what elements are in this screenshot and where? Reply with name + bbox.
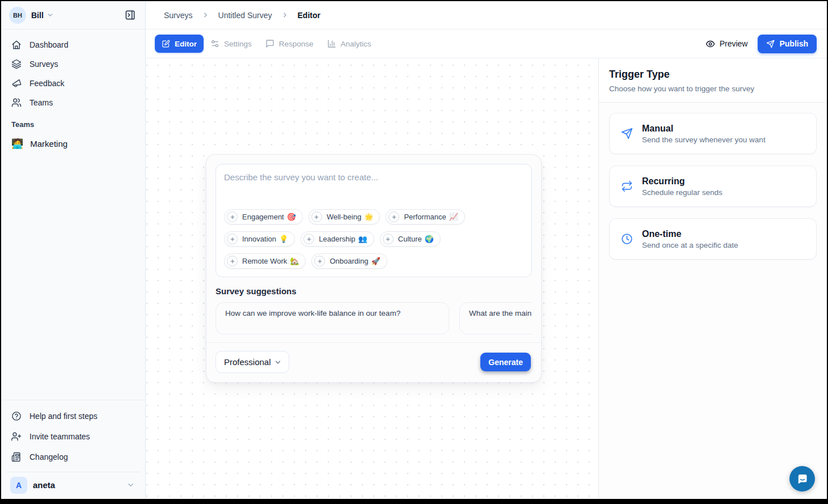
editor-canvas[interactable]: Describe the survey you want to create..…: [146, 58, 598, 499]
trigger-option-one-time[interactable]: One-time Send once at a specific date: [609, 218, 817, 260]
help-circle-icon: [11, 411, 22, 421]
chip-emoji: 🌟: [364, 213, 373, 221]
sidebar-item-dashboard[interactable]: Dashboard: [6, 35, 141, 54]
tab-analytics[interactable]: Analytics: [320, 35, 378, 53]
chevron-down-icon: [47, 11, 54, 19]
plus-icon: [311, 211, 322, 222]
changelog-icon: [11, 452, 22, 462]
trigger-option-title: One-time: [642, 229, 738, 239]
sidebar-item-help[interactable]: Help and first steps: [6, 406, 141, 426]
plus-icon: [303, 234, 314, 244]
send-icon: [621, 128, 633, 139]
sidebar-item-label: Surveys: [29, 60, 58, 69]
panel-toggle-icon: [125, 10, 136, 20]
tab-response[interactable]: Response: [259, 35, 320, 53]
prompt-placeholder: Describe the survey you want to create..…: [224, 172, 523, 182]
trigger-option-title: Recurring: [642, 176, 723, 187]
team-emoji: 🧑‍💻: [11, 138, 23, 150]
layers-icon: [11, 59, 22, 69]
breadcrumb-untitled-survey[interactable]: Untitled Survey: [218, 11, 272, 20]
suggestion-card[interactable]: What are the main ob: [459, 302, 532, 334]
chip-culture[interactable]: Culture 🌍: [380, 231, 441, 247]
sidebar-item-marketing[interactable]: 🧑‍💻 Marketing: [6, 132, 141, 155]
teams-section-label: Teams: [1, 112, 145, 132]
tone-select[interactable]: Professional: [216, 351, 289, 373]
chip-label: Remote Work: [242, 257, 287, 265]
chip-onboarding[interactable]: Onboarding 🚀: [311, 253, 387, 269]
tone-value: Professional: [224, 357, 271, 367]
chip-performance[interactable]: Performance 📈: [386, 209, 465, 225]
chat-launcher-button[interactable]: [789, 466, 815, 492]
chip-remote-work[interactable]: Remote Work 🏡: [224, 253, 306, 269]
breadcrumb-editor: Editor: [298, 11, 320, 20]
sidebar-item-invite[interactable]: Invite teammates: [6, 426, 141, 447]
workarea: Describe the survey you want to create..…: [146, 58, 827, 499]
account-name: aneta: [33, 480, 55, 490]
publish-button[interactable]: Publish: [758, 35, 817, 53]
chat-bubble-icon: [796, 472, 809, 486]
chip-emoji: 🏡: [290, 257, 299, 265]
tab-label: Editor: [175, 40, 197, 48]
plus-icon: [383, 234, 394, 244]
account-menu[interactable]: A aneta: [6, 472, 141, 499]
sliders-icon: [210, 39, 219, 48]
breadcrumb-surveys[interactable]: Surveys: [164, 11, 193, 20]
suggestions-row: How can we improve work-life balance in …: [216, 302, 532, 334]
chevron-down-icon: [274, 358, 282, 366]
chip-label: Innovation: [242, 235, 276, 243]
panel-subtitle: Choose how you want to trigger the surve…: [609, 84, 817, 93]
trigger-type-panel: Trigger Type Choose how you want to trig…: [598, 58, 827, 499]
suggestions-title: Survey suggestions: [216, 286, 532, 296]
trigger-option-description: Send the survey whenever you want: [642, 135, 766, 144]
trigger-option-manual[interactable]: Manual Send the survey whenever you want: [609, 113, 817, 154]
users-icon: [11, 98, 22, 108]
sidebar-item-label: Invite teammates: [29, 432, 90, 441]
chip-emoji: 🎯: [287, 213, 296, 221]
chip-label: Leadership: [319, 235, 355, 243]
workspace-name: Bill: [31, 11, 44, 20]
chip-innovation[interactable]: Innovation 💡: [224, 231, 295, 247]
ai-survey-composer-card: Describe the survey you want to create..…: [206, 154, 542, 383]
sidebar-item-teams[interactable]: Teams: [6, 93, 141, 112]
preview-button[interactable]: Preview: [706, 39, 748, 49]
panel-title: Trigger Type: [609, 69, 817, 81]
trigger-option-title: Manual: [642, 124, 766, 134]
toolbar-actions: Preview Publish: [706, 35, 817, 53]
plus-icon: [227, 256, 238, 266]
sidebar-nav: Dashboard Surveys Feedback Teams: [1, 29, 145, 112]
toolbar: Editor Settings Response Analytics: [146, 29, 827, 58]
user-plus-icon: [11, 431, 22, 442]
sidebar-item-feedback[interactable]: Feedback: [6, 74, 141, 93]
generate-button[interactable]: Generate: [480, 353, 531, 371]
repeat-icon: [621, 180, 633, 192]
tab-label: Settings: [224, 40, 252, 48]
chip-emoji: 🚀: [371, 257, 380, 265]
suggestion-card[interactable]: How can we improve work-life balance in …: [216, 302, 449, 334]
chip-label: Performance: [404, 213, 446, 221]
sidebar-item-label: Teams: [29, 98, 53, 107]
chip-engagement[interactable]: Engagement 🎯: [224, 209, 303, 225]
home-icon: [11, 40, 22, 50]
sidebar-collapse-button[interactable]: [121, 7, 138, 24]
account-avatar: A: [10, 477, 27, 494]
message-square-icon: [265, 39, 274, 48]
plus-icon: [227, 211, 238, 222]
survey-prompt-input[interactable]: Describe the survey you want to create..…: [216, 164, 532, 277]
tab-label: Analytics: [341, 40, 371, 48]
chip-emoji: 💡: [279, 235, 288, 243]
tab-editor[interactable]: Editor: [155, 35, 204, 53]
tab-settings[interactable]: Settings: [204, 35, 259, 53]
trigger-option-description: Schedule regular sends: [642, 188, 723, 197]
sidebar-item-label: Changelog: [29, 452, 68, 461]
sidebar-item-changelog[interactable]: Changelog: [6, 447, 141, 467]
tab-label: Response: [279, 40, 314, 48]
breadcrumb: Surveys Untitled Survey Editor: [146, 1, 827, 29]
workspace-switcher[interactable]: BH Bill: [1, 1, 145, 29]
chip-well-being[interactable]: Well-being 🌟: [309, 209, 380, 225]
sidebar-item-surveys[interactable]: Surveys: [6, 54, 141, 74]
trigger-option-recurring[interactable]: Recurring Schedule regular sends: [609, 166, 817, 207]
chip-label: Engagement: [242, 213, 284, 221]
plus-icon: [227, 234, 238, 244]
plus-icon: [388, 211, 399, 222]
chip-leadership[interactable]: Leadership 👥: [301, 231, 374, 247]
